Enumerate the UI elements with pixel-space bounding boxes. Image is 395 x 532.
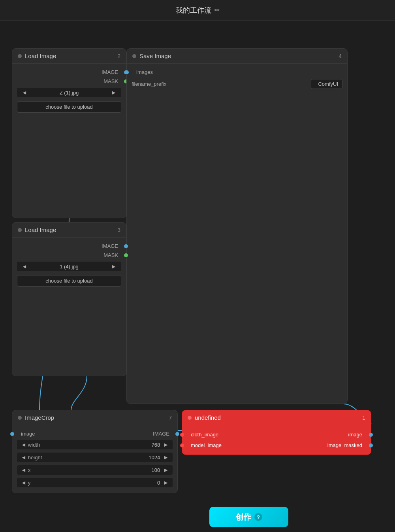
- node-load1-header: Load Image 2: [12, 49, 126, 64]
- width-dec-btn[interactable]: ◄: [19, 441, 28, 448]
- y-dec-btn[interactable]: ◄: [19, 479, 28, 486]
- node-save-header: Save Image 4: [127, 49, 347, 64]
- filename-label: filename_prefix: [132, 81, 311, 87]
- x-inc-btn[interactable]: ►: [162, 467, 170, 473]
- image-next-btn-2[interactable]: ►: [109, 263, 118, 270]
- port-image-out-label: IMAGE: [153, 431, 169, 437]
- top-bar: 我的工作流 ✏: [0, 0, 395, 21]
- node-save-title: Save Image: [139, 53, 335, 59]
- port-image2-dot: [124, 244, 128, 248]
- port-image-masked-dot: [369, 443, 373, 447]
- port-mask-label: MASK: [103, 78, 118, 84]
- node-undefined: undefined 1 cloth_image image model_imag…: [182, 410, 371, 455]
- image-file-1: Z (1).jpg: [29, 90, 109, 96]
- y-label: y: [28, 480, 157, 486]
- node-imagecrop-status-dot: [18, 416, 22, 420]
- image-prev-btn-2[interactable]: ◄: [20, 263, 29, 270]
- y-input[interactable]: ◄ y 0 ►: [17, 478, 173, 487]
- port-images-label: images: [136, 69, 153, 75]
- node-load2-body: IMAGE MASK ◄ 1 (4).jpg ► choose file to …: [12, 238, 126, 292]
- node-save-id: 4: [339, 53, 342, 59]
- filename-row: filename_prefix ComfyUI: [127, 77, 347, 91]
- port-row-image2-out: IMAGE: [12, 241, 126, 251]
- node-load2-status-dot: [18, 228, 22, 232]
- port-image-right-dot: [369, 433, 373, 437]
- y-value: 0: [157, 480, 160, 486]
- node-load1-body: IMAGE MASK ◄ Z (1).jpg ► choose file to …: [12, 64, 126, 119]
- port-image-in-dot: [10, 432, 14, 436]
- edit-icon[interactable]: ✏: [214, 6, 220, 14]
- port-model-left-dot: [180, 443, 184, 447]
- image-prev-btn-1[interactable]: ◄: [20, 89, 29, 96]
- image-selector-1[interactable]: ◄ Z (1).jpg ►: [17, 88, 121, 97]
- filename-value: ComfyUI: [311, 79, 342, 89]
- width-label: width: [28, 442, 152, 448]
- port-row-images-in: images: [127, 68, 347, 77]
- node-load-image-1: Load Image 2 IMAGE MASK ◄ Z (1).jpg ► ch…: [12, 48, 126, 218]
- widget-width: ◄ width 768 ►: [12, 438, 177, 451]
- node-undefined-status-dot: [188, 416, 192, 420]
- port-row-model: model_image image_masked: [182, 440, 371, 451]
- canvas-area: Load Image 2 IMAGE MASK ◄ Z (1).jpg ► ch…: [0, 21, 395, 532]
- node-load1-title: Load Image: [25, 53, 114, 59]
- port-row-cloth: cloth_image image: [182, 429, 371, 440]
- port-cloth-label: cloth_image: [191, 432, 218, 438]
- port-row-imagecrop-image: image IMAGE: [12, 429, 177, 438]
- create-button-question: ?: [254, 513, 262, 521]
- node-undefined-body: cloth_image image model_image image_mask…: [182, 425, 371, 455]
- node-load-image-2: Load Image 3 IMAGE MASK ◄ 1 (4).jpg ► ch…: [12, 222, 126, 376]
- upload-btn-1[interactable]: choose file to upload: [17, 101, 121, 113]
- create-button-label: 创作: [235, 512, 251, 523]
- port-image-in-label: image: [21, 431, 35, 437]
- node-imagecrop-header: ImageCrop 7: [12, 410, 177, 425]
- image-selector-2[interactable]: ◄ 1 (4).jpg ►: [17, 262, 121, 271]
- node-undefined-header: undefined 1: [182, 410, 371, 425]
- port-row-mask2-out: MASK: [12, 251, 126, 260]
- node-undefined-title: undefined: [195, 414, 359, 421]
- node-imagecrop-id: 7: [169, 415, 172, 421]
- port-mask2-label: MASK: [103, 252, 118, 258]
- node-save-body: images filename_prefix ComfyUI: [127, 64, 347, 95]
- widget-height: ◄ height 1024 ►: [12, 451, 177, 464]
- widget-x: ◄ x 100 ►: [12, 464, 177, 476]
- x-value: 100: [151, 467, 160, 473]
- node-imagecrop-body: image IMAGE ◄ width 768 ► ◄ height 1024: [12, 425, 177, 493]
- node-imagecrop-title: ImageCrop: [25, 414, 166, 421]
- port-image2-label: IMAGE: [102, 243, 118, 249]
- port-images-dot: [125, 70, 129, 74]
- x-dec-btn[interactable]: ◄: [19, 467, 28, 473]
- widget-y: ◄ y 0 ►: [12, 476, 177, 489]
- width-input[interactable]: ◄ width 768 ►: [17, 440, 173, 449]
- node-load1-id: 2: [117, 53, 120, 59]
- port-image-masked-label: image_masked: [327, 442, 362, 448]
- widget-image-selector-1: ◄ Z (1).jpg ►: [12, 86, 126, 99]
- port-row-mask-out: MASK: [12, 77, 126, 86]
- height-dec-btn[interactable]: ◄: [19, 454, 28, 460]
- port-image-out-label: image: [348, 432, 362, 438]
- title-text: 我的工作流: [176, 6, 211, 15]
- node-load2-id: 3: [117, 227, 120, 233]
- node-load2-header: Load Image 3: [12, 223, 126, 238]
- widget-upload-2: choose file to upload: [12, 273, 126, 289]
- x-input[interactable]: ◄ x 100 ►: [17, 465, 173, 475]
- height-input[interactable]: ◄ height 1024 ►: [17, 453, 173, 462]
- height-value: 1024: [149, 455, 160, 460]
- width-inc-btn[interactable]: ►: [162, 441, 170, 448]
- widget-image-selector-2: ◄ 1 (4).jpg ►: [12, 260, 126, 273]
- create-button[interactable]: 创作 ?: [209, 507, 288, 527]
- node-undefined-id: 1: [362, 415, 365, 421]
- port-mask2-dot: [124, 253, 128, 257]
- y-inc-btn[interactable]: ►: [162, 479, 170, 486]
- node-load1-status-dot: [18, 54, 22, 58]
- node-save-status-dot: [132, 54, 136, 58]
- image-next-btn-1[interactable]: ►: [109, 89, 118, 96]
- height-label: height: [28, 455, 149, 460]
- widget-upload-1: choose file to upload: [12, 99, 126, 115]
- image-file-2: 1 (4).jpg: [29, 264, 109, 270]
- port-model-label: model_image: [191, 442, 222, 448]
- node-imagecrop: ImageCrop 7 image IMAGE ◄ width 768 ►: [12, 410, 178, 493]
- workflow-title: 我的工作流 ✏: [176, 6, 220, 15]
- port-image-out-dot: [175, 432, 179, 436]
- upload-btn-2[interactable]: choose file to upload: [17, 275, 121, 287]
- height-inc-btn[interactable]: ►: [162, 454, 170, 460]
